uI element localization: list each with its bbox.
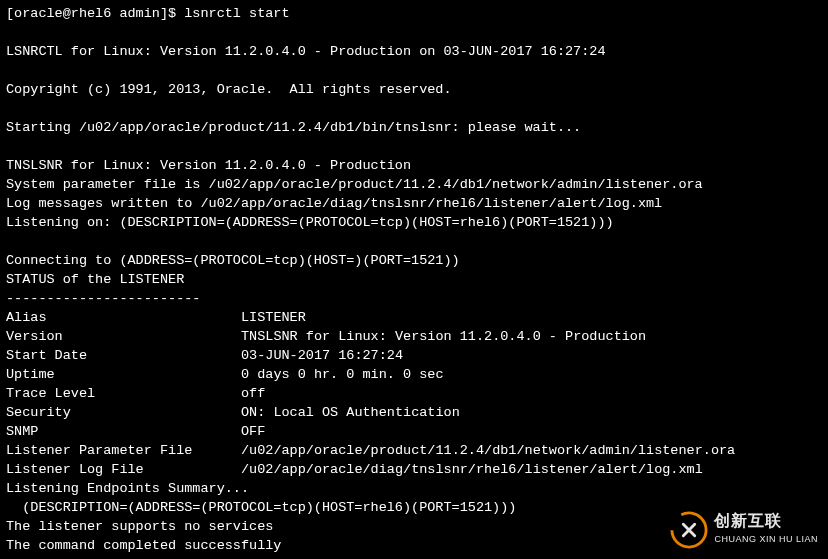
status-label: Uptime [6,365,241,384]
status-row-log-file: Listener Log File/u02/app/oracle/diag/tn… [6,460,822,479]
status-label: Trace Level [6,384,241,403]
status-label: SNMP [6,422,241,441]
blank-line [6,232,822,251]
status-row-alias: AliasLISTENER [6,308,822,327]
divider: ------------------------ [6,289,822,308]
watermark-main-text: 创新互联 [714,511,818,530]
status-value: ON: Local OS Authentication [241,405,460,420]
status-label: Listener Log File [6,460,241,479]
connecting-line: Connecting to (ADDRESS=(PROTOCOL=tcp)(HO… [6,251,822,270]
status-label: Version [6,327,241,346]
listening-on-line: Listening on: (DESCRIPTION=(ADDRESS=(PRO… [6,213,822,232]
endpoints-title: Listening Endpoints Summary... [6,479,822,498]
blank-line [6,61,822,80]
status-label: Start Date [6,346,241,365]
status-value: 03-JUN-2017 16:27:24 [241,348,403,363]
starting-line: Starting /u02/app/oracle/product/11.2.4/… [6,118,822,137]
watermark-sub-text: CHUANG XIN HU LIAN [714,530,818,549]
status-value: /u02/app/oracle/diag/tnslsnr/rhel6/liste… [241,462,703,477]
status-row-version: VersionTNSLSNR for Linux: Version 11.2.0… [6,327,822,346]
terminal-output: [oracle@rhel6 admin]$ lsnrctl start LSNR… [6,4,822,555]
status-title: STATUS of the LISTENER [6,270,822,289]
status-row-security: SecurityON: Local OS Authentication [6,403,822,422]
watermark-text-wrap: 创新互联 CHUANG XIN HU LIAN [714,511,818,549]
status-label: Security [6,403,241,422]
system-param-file: System parameter file is /u02/app/oracle… [6,175,822,194]
status-value: /u02/app/oracle/product/11.2.4/db1/netwo… [241,443,735,458]
status-value: off [241,386,265,401]
status-row-start-date: Start Date03-JUN-2017 16:27:24 [6,346,822,365]
watermark-logo-icon [670,511,708,549]
blank-line [6,99,822,118]
copyright-line: Copyright (c) 1991, 2013, Oracle. All ri… [6,80,822,99]
log-messages-line: Log messages written to /u02/app/oracle/… [6,194,822,213]
lsnrctl-banner: LSNRCTL for Linux: Version 11.2.0.4.0 - … [6,42,822,61]
status-value: LISTENER [241,310,306,325]
status-value: OFF [241,424,265,439]
blank-line [6,137,822,156]
watermark: 创新互联 CHUANG XIN HU LIAN [670,511,818,549]
status-row-snmp: SNMPOFF [6,422,822,441]
status-value: TNSLSNR for Linux: Version 11.2.0.4.0 - … [241,329,646,344]
shell-prompt[interactable]: [oracle@rhel6 admin]$ lsnrctl start [6,4,822,23]
status-label: Listener Parameter File [6,441,241,460]
status-row-param-file: Listener Parameter File/u02/app/oracle/p… [6,441,822,460]
status-row-trace-level: Trace Leveloff [6,384,822,403]
status-label: Alias [6,308,241,327]
blank-line [6,23,822,42]
tnslsnr-banner: TNSLSNR for Linux: Version 11.2.0.4.0 - … [6,156,822,175]
status-row-uptime: Uptime0 days 0 hr. 0 min. 0 sec [6,365,822,384]
status-value: 0 days 0 hr. 0 min. 0 sec [241,367,444,382]
